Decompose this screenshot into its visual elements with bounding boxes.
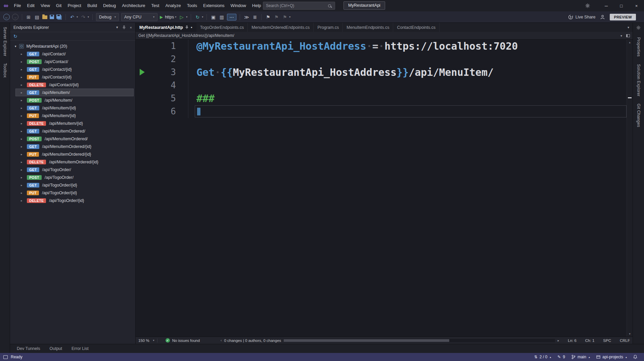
expander-open-icon[interactable]: ▾: [15, 45, 16, 48]
editor-tab[interactable]: TogoOrderEndpoints.cs: [196, 23, 248, 32]
horizontal-scrollbar[interactable]: [284, 339, 555, 342]
pin-icon[interactable]: [185, 25, 188, 29]
navigate-backward-icon[interactable]: ←: [3, 14, 10, 20]
start-debugging-button[interactable]: ▶ https ▾: [160, 15, 176, 19]
endpoint-row[interactable]: ▸ GET /api/TogoOrder/{id}: [15, 181, 134, 189]
menu-item[interactable]: Debug: [100, 0, 119, 11]
menu-item[interactable]: Build: [84, 0, 100, 11]
tool-window-tab[interactable]: Server Explorer: [3, 27, 7, 56]
bottom-panel-tab[interactable]: Error List: [67, 346, 93, 351]
hot-reload-icon[interactable]: ↻: [194, 15, 200, 19]
endpoint-row[interactable]: ▸ PUT /api/MenuItemOrdered/{id}: [15, 150, 134, 158]
endpoint-row[interactable]: ▸ POST /api/MenuItem/: [15, 96, 134, 104]
menu-item[interactable]: File: [11, 0, 24, 11]
preview-badge[interactable]: PREVIEW: [610, 14, 636, 20]
indent-icon[interactable]: ≫: [243, 15, 249, 19]
compare-files-icon[interactable]: ▥: [219, 15, 225, 19]
endpoint-row[interactable]: ▸ GET /api/MenuItemOrdered/{id}: [15, 143, 134, 150]
expander-icon[interactable]: ▸: [21, 114, 24, 117]
redo-icon[interactable]: ↷: [80, 15, 86, 19]
save-all-icon[interactable]: [56, 14, 61, 19]
endpoint-row[interactable]: ▸ POST /api/TogoOrder/: [15, 173, 134, 181]
debug-configuration-dropdown[interactable]: Debug ▾: [96, 13, 119, 21]
expander-icon[interactable]: ▸: [21, 91, 24, 94]
issues-indicator[interactable]: ✓ No issues found: [166, 338, 200, 343]
chevron-down-icon[interactable]: ▾: [289, 15, 290, 18]
endpoint-row[interactable]: ▸ GET /api/MenuItem/: [15, 89, 134, 96]
endpoint-row[interactable]: ▸ GET /api/TogoOrder/: [15, 166, 134, 173]
endpoint-row[interactable]: ▸ POST /api/MenuItemOrdered/: [15, 135, 134, 143]
editor-tab[interactable]: ContactEndpoints.cs: [393, 23, 440, 32]
expander-icon[interactable]: ▸: [21, 68, 24, 71]
endpoint-row[interactable]: ▸ POST /api/Contact/: [15, 58, 134, 65]
tool-window-tab[interactable]: Properties: [636, 37, 641, 57]
expander-icon[interactable]: ▸: [21, 60, 24, 63]
scroll-down-icon[interactable]: ▾: [627, 331, 633, 337]
search-input[interactable]: [263, 3, 328, 8]
expander-icon[interactable]: ▸: [21, 137, 24, 141]
editor-tab[interactable]: MenuItemOrderedEndpoints.cs: [248, 23, 314, 32]
endpoint-row[interactable]: ▸ DELETE /api/MenuItemOrdered/{id}: [15, 158, 134, 166]
bottom-panel-tab[interactable]: Dev Tunnels: [13, 346, 44, 351]
live-share-button[interactable]: Live Share: [568, 15, 596, 19]
new-project-icon[interactable]: ⊞: [26, 15, 32, 19]
endpoint-row[interactable]: ▸ DELETE /api/TogoOrder/{id}: [15, 197, 134, 204]
platform-dropdown[interactable]: Any CPU ▾: [121, 13, 157, 21]
previous-bookmark-icon[interactable]: ⚑: [273, 15, 279, 19]
expander-icon[interactable]: ▸: [21, 99, 24, 102]
project-root-node[interactable]: ▾ MyRestaurantApi (20): [10, 42, 135, 50]
codelens-changes[interactable]: ‹ 0 changes | 0 authors, 0 changes: [221, 339, 281, 343]
refresh-icon[interactable]: ↻: [13, 34, 17, 39]
menu-item[interactable]: Help: [249, 0, 264, 11]
tool-window-tab[interactable]: Solution Explorer: [636, 64, 641, 96]
endpoint-row[interactable]: ▸ GET /api/MenuItem/{id}: [15, 104, 134, 112]
undo-dropdown-icon[interactable]: ▾: [77, 15, 78, 18]
menu-item[interactable]: Tools: [184, 0, 200, 11]
pin-icon[interactable]: [123, 25, 126, 30]
expander-icon[interactable]: ▸: [21, 184, 24, 187]
tab-list-chevron-icon[interactable]: ▾: [628, 25, 629, 29]
panel-close-icon[interactable]: ×: [130, 25, 132, 30]
menu-item[interactable]: Edit: [24, 0, 38, 11]
add-item-icon[interactable]: ▤: [34, 15, 40, 19]
undo-icon[interactable]: ↶: [69, 15, 75, 19]
menu-item[interactable]: Git: [53, 0, 65, 11]
ide-settings-gear-icon[interactable]: [585, 3, 590, 8]
solution-name-chip[interactable]: MyRestaurantApi: [343, 1, 385, 10]
bottom-panel-tab[interactable]: Output: [45, 346, 66, 351]
expander-icon[interactable]: ▸: [21, 160, 24, 164]
editor-tab[interactable]: MenuItemEndpoints.cs: [343, 23, 393, 32]
eol-indicator[interactable]: CRLF: [620, 339, 630, 343]
repository-button[interactable]: api-projects ▴: [596, 355, 627, 359]
endpoint-row[interactable]: ▸ GET /api/Contact/: [15, 50, 134, 58]
menu-item[interactable]: Test: [148, 0, 163, 11]
show-whitespace-toggle[interactable]: ⋯: [227, 14, 236, 20]
git-sync-button[interactable]: ⇅ 2 / 0 ▴: [534, 355, 551, 359]
minimize-button[interactable]: ─: [599, 0, 614, 11]
maximize-button[interactable]: □: [614, 0, 629, 11]
expander-icon[interactable]: ▸: [21, 145, 24, 148]
start-without-debugging-icon[interactable]: ▷: [179, 15, 185, 19]
expander-icon[interactable]: ▸: [21, 83, 24, 87]
expander-icon[interactable]: ▸: [21, 153, 24, 156]
git-branch-button[interactable]: main ▴: [571, 355, 590, 359]
menu-item[interactable]: View: [38, 0, 53, 11]
toggle-bookmark-icon[interactable]: ⚑: [265, 15, 271, 19]
expander-icon[interactable]: ▸: [21, 106, 24, 110]
feedback-icon[interactable]: [600, 15, 605, 19]
endpoint-row[interactable]: ▸ PUT /api/MenuItem/{id}: [15, 112, 134, 119]
scroll-right-icon[interactable]: ▸: [558, 339, 559, 342]
endpoint-row[interactable]: ▸ PUT /api/Contact/{id}: [15, 73, 134, 81]
pending-edits-button[interactable]: ✎ 9: [557, 355, 565, 359]
expander-icon[interactable]: ▸: [21, 52, 24, 56]
background-tasks-icon[interactable]: [3, 355, 8, 359]
file-structure-icon[interactable]: ▣: [210, 15, 216, 19]
notifications-bell-icon[interactable]: [633, 355, 637, 359]
editor-options-gear-icon[interactable]: [636, 25, 641, 30]
expander-icon[interactable]: ▸: [21, 130, 24, 133]
breadcrumb-chevron-icon[interactable]: ▾: [620, 34, 622, 38]
line-list-icon[interactable]: ≣: [252, 15, 258, 19]
editor-tab[interactable]: Program.cs: [314, 23, 343, 32]
endpoint-row[interactable]: ▸ PUT /api/TogoOrder/{id}: [15, 189, 134, 197]
redo-dropdown-icon[interactable]: ▾: [88, 15, 89, 18]
